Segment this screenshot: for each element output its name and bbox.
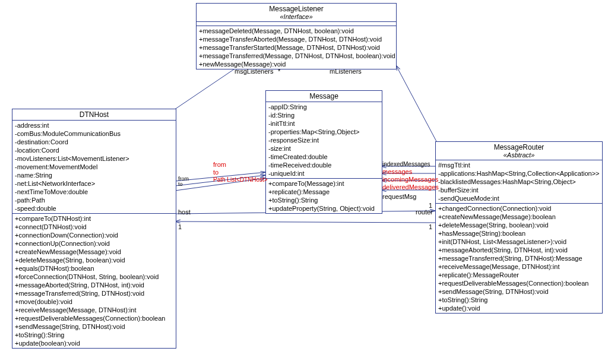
class-message: Message -appID:String -id:String -initTt… [265,90,382,214]
op: +receiveMessage(Message, DTNHost):int [438,262,600,271]
op: +compareTo(DTNHost):int [15,214,173,223]
attr: -timeReceived:double [268,161,379,169]
op: +toString():String [268,196,379,204]
op: +messageTransferred(Message, DTNHost, DT… [199,52,394,60]
op: +connectionDown(Connection):void [15,231,173,239]
label-path: Path List<DTNHost> [213,176,268,183]
ops-section: +messageDeleted(Message, DTNHost, boolea… [197,26,396,69]
op: +connectionUp(Connection):void [15,239,173,248]
op: +createNewMessage(Message):boolean [438,213,600,221]
class-header: MessageRouter «Asbtract» [436,142,602,160]
attr: -path:Path [15,196,173,204]
op: +changedConnection(Connection):void [438,204,600,213]
ops-section: +changedConnection(Connection):void +cre… [436,204,602,313]
op: +move(double):void [15,297,173,306]
op: +sendMessage(String, DTNHost):void [438,287,600,296]
attr: -properties:Map<String,Object> [268,128,379,136]
class-name: Message [309,92,338,100]
label-overlap: indexedMessages [382,161,430,167]
label-mlisteners: mListeners [330,68,362,75]
op: +messageTransferStarted(Message, DTNHost… [199,43,394,52]
class-messagerouter: MessageRouter «Asbtract» #msgTtl:int -ap… [435,141,603,314]
attrs-section-empty [197,22,396,26]
op: +deleteMessage(String, boolean):void [438,221,600,229]
attr: -name:String [15,171,173,179]
attr: -uniqueId:int [268,169,379,178]
op: +messageTransferred(String, DTNHost):voi… [15,289,173,297]
label-star: * [278,68,280,75]
class-name: MessageRouter [494,143,544,151]
op: +newMessage(Message):void [199,60,394,68]
attr: -timeCreated:double [268,153,379,161]
label-fromto-stack: from to [178,176,189,187]
attr: -bufferSize:int [438,186,600,194]
svg-line-0 [172,65,240,111]
op: +messageDeleted(Message, DTNHost, boolea… [199,27,394,35]
op: +messageTransferAborted(Message, DTNHost… [199,35,394,43]
label-to: to [213,169,218,176]
op: +compareTo(Message):int [268,179,379,188]
label-one1: 1 [178,223,182,230]
class-header: MessageListener «Interface» [197,4,396,22]
attr: -address:int [15,121,173,129]
attr: -id:String [268,111,379,119]
attr: -initTtl:int [268,119,379,128]
stereotype: «Interface» [199,13,394,20]
op: +hasMessage(String):boolean [438,229,600,238]
class-name: MessageListener [269,5,323,13]
op: +requestDeliverableMessages(Connection):… [438,279,600,287]
attr: #msgTtl:int [438,161,600,169]
svg-line-3 [175,221,435,223]
label-one2: 1 [429,202,432,209]
attr: -location:Coord [15,146,173,154]
class-messagelistener: MessageListener «Interface» +messageDele… [196,3,397,69]
ops-section: +compareTo(Message):int +replicate():Mes… [266,179,382,213]
op: +update():void [438,304,600,312]
attr: -destination:Coord [15,138,173,146]
attr: -speed:double [15,204,173,213]
op: +connect(DTNHost):void [15,223,173,231]
op: +messageTransferred(String, DTNHost):Mes… [438,254,600,262]
attr: -net:List<NetworkInterface> [15,179,173,188]
label-router: router [416,208,433,216]
op: +messageAborted(String, DTNHost, int):vo… [438,246,600,254]
op: +forceConnection(DTNHost, String, boolea… [15,273,173,281]
attr: -movListeners:List<MovementListener> [15,154,173,163]
attr: -responseSize:int [268,136,379,144]
class-header: DTNHost [12,109,176,121]
attr: -sendQueueMode:int [438,194,600,202]
attr: -comBus:ModuleCommunicationBus [15,129,173,138]
op: +toString():String [438,296,600,304]
class-name: DTNHost [80,110,109,119]
op: +init(DTNHost, List<MessageListener>):vo… [438,238,600,246]
op: +createNewMessage(Message):void [15,248,173,256]
op: +sendMessage(String, DTNHost):void [15,322,173,331]
op: +messageAborted(String, DTNHost, int):vo… [15,281,173,289]
attr: -applications:HashMap<String,Collection<… [438,169,600,178]
label-host: host [178,208,191,216]
label-messages: messages [382,168,412,175]
op: +update(boolean):void [15,339,173,347]
label-from: from [213,161,226,168]
attr: -movement:MovementModel [15,163,173,171]
ops-section: +compareTo(DTNHost):int +connect(DTNHost… [12,214,176,348]
class-dtnhost: DTNHost -address:int -comBus:ModuleCommu… [12,109,176,349]
attr: -appID:String [268,103,379,111]
attrs-section: -address:int -comBus:ModuleCommunication… [12,121,176,214]
op: +updateProperty(String, Object):void [268,204,379,213]
attr: -size:int [268,144,379,153]
attrs-section: #msgTtl:int -applications:HashMap<String… [436,160,602,204]
label-one3: 1 [429,223,432,230]
label-incoming: incomingMessages [382,176,438,183]
class-header: Message [266,91,382,102]
stereotype: «Asbtract» [438,151,600,159]
attr: -nextTimeToMove:double [15,188,173,196]
op: +deleteMessage(String, boolean):void [15,256,173,264]
op: +requestDeliverableMessages(Connection):… [15,314,173,322]
op: +replicate():MessageRouter [438,271,600,279]
attr: -blacklistedMessages:HashMap<String,Obje… [438,178,600,186]
attrs-section: -appID:String -id:String -initTtl:int -p… [266,102,382,179]
label-delivered: deliveredMessages [382,183,439,191]
label-msglisteners: msgListeners [235,68,273,75]
op: +toString():String [15,331,173,339]
